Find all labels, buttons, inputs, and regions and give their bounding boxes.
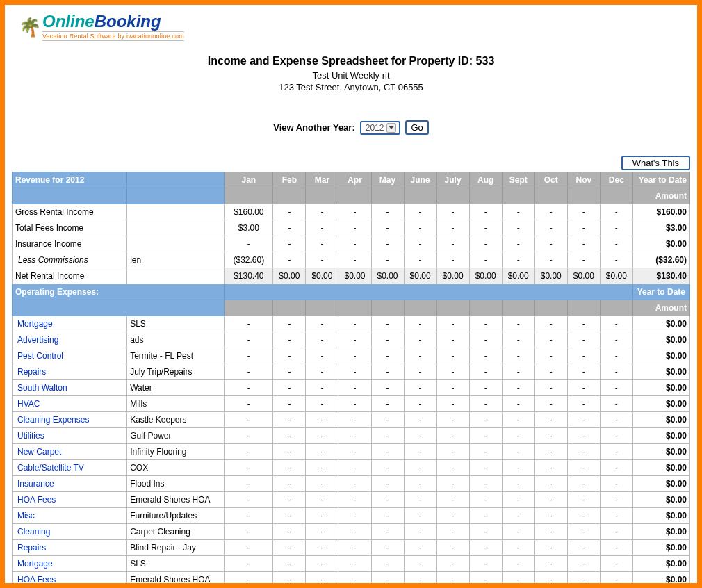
expense-row-month: - [404,556,436,572]
expense-link[interactable]: Cleaning Expenses [15,415,89,425]
expense-link[interactable]: HOA Fees [15,495,56,505]
expense-row-month: - [436,492,469,508]
expense-link[interactable]: Pest Control [15,351,63,361]
expense-row-month: - [469,332,502,348]
expense-row-jan: - [225,460,273,476]
property-name: Test Unit Weekly rit [12,70,690,81]
revenue-row-month: - [600,204,632,220]
expense-row-month: - [436,460,469,476]
expense-row-month: - [338,460,371,476]
revenue-row-month: - [306,252,338,268]
expense-row-month: - [567,316,600,332]
expense-row-month: - [273,412,306,428]
expense-row-month: - [371,508,404,524]
revenue-row-jan: ($32.60) [225,252,273,268]
expense-row-month: - [404,332,436,348]
revenue-row-month: - [567,204,600,220]
revenue-row-month: - [600,236,632,252]
revenue-row-ytd: $3.00 [632,220,689,236]
expense-row-ytd: $0.00 [632,444,689,460]
expense-row-month: - [469,540,502,556]
expense-row-ytd: $0.00 [632,364,689,380]
expense-row-month: - [469,396,502,412]
net-rental-month: $0.00 [534,268,567,284]
expense-row-month: - [502,316,534,332]
expense-row-name: HVAC [13,396,127,412]
expense-row-month: - [534,428,567,444]
expense-link[interactable]: Insurance [15,479,54,489]
expense-row-month: - [567,428,600,444]
expense-row-month: - [306,332,338,348]
expense-link[interactable]: Repairs [15,367,46,377]
expense-row-month: - [338,396,371,412]
expense-row-jan: - [225,348,273,364]
expense-row-month: - [502,556,534,572]
revenue-row-month: - [273,204,306,220]
revenue-section-label: Revenue for 2012 [13,172,127,188]
expense-row-month: - [600,428,632,444]
expense-row-month: - [600,396,632,412]
revenue-row-month: - [502,220,534,236]
expense-row-ytd: $0.00 [632,396,689,412]
expense-row-month: - [404,460,436,476]
expense-link[interactable]: Cable/Satellite TV [15,463,84,473]
expense-row-month: - [273,380,306,396]
expense-link[interactable]: HVAC [15,399,40,409]
expense-row-month: - [502,348,534,364]
expense-row-jan: - [225,476,273,492]
expense-row-jan: - [225,316,273,332]
revenue-row-vendor: len [127,252,225,268]
expense-link[interactable]: South Walton [15,383,67,393]
expense-link[interactable]: Mortgage [15,559,53,569]
expense-row-name: Utilities [13,428,127,444]
revenue-row-month: - [469,220,502,236]
expense-row-month: - [469,524,502,540]
expense-link[interactable]: Repairs [15,543,46,553]
revenue-row-month: - [404,236,436,252]
month-header-may: May [371,172,404,188]
expense-row-month: - [469,444,502,460]
revenue-row-jan: - [225,236,273,252]
expense-row-ytd: $0.00 [632,460,689,476]
whats-this-button[interactable]: What's This [621,156,690,170]
expense-row-month: - [273,396,306,412]
expense-row-month: - [273,524,306,540]
expense-row-month: - [306,492,338,508]
net-rental-vendor [127,268,225,284]
expense-row-month: - [273,508,306,524]
expense-row-month: - [436,540,469,556]
expense-row-month: - [567,380,600,396]
logo-title: OnlineBooking [42,13,184,30]
expense-link[interactable]: Advertising [15,335,58,345]
expense-row-month: - [502,428,534,444]
expense-row-name: Mortgage [13,556,127,572]
expense-row-month: - [534,412,567,428]
revenue-row-ytd: $160.00 [632,204,689,220]
expense-link[interactable]: Utilities [15,431,44,441]
expense-link[interactable]: Mortgage [15,319,53,329]
revenue-row-month: - [273,252,306,268]
expense-row-ytd: $0.00 [632,348,689,364]
year-select-value: 2012 [366,123,384,133]
expense-row-month: - [436,364,469,380]
expense-link[interactable]: Cleaning [15,527,50,537]
revenue-row-month: - [306,204,338,220]
expense-row-name: Repairs [13,364,127,380]
expense-row-month: - [338,444,371,460]
expense-row-name: Cleaning Expenses [13,412,127,428]
expense-row-month: - [306,460,338,476]
expense-row-month: - [502,492,534,508]
expense-link[interactable]: New Carpet [15,447,61,457]
expense-row-month: - [404,364,436,380]
expense-link[interactable]: HOA Fees [15,575,56,585]
year-select[interactable]: 2012 [360,121,401,135]
expense-row-month: - [534,508,567,524]
expense-row-month: - [371,460,404,476]
expense-row-month: - [469,508,502,524]
expense-row-month: - [567,332,600,348]
expense-link[interactable]: Misc [15,511,35,521]
expense-row-vendor: Blind Repair - Jay [127,540,225,556]
go-button[interactable]: Go [405,120,428,135]
expense-row-month: - [404,476,436,492]
expense-row-month: - [273,316,306,332]
